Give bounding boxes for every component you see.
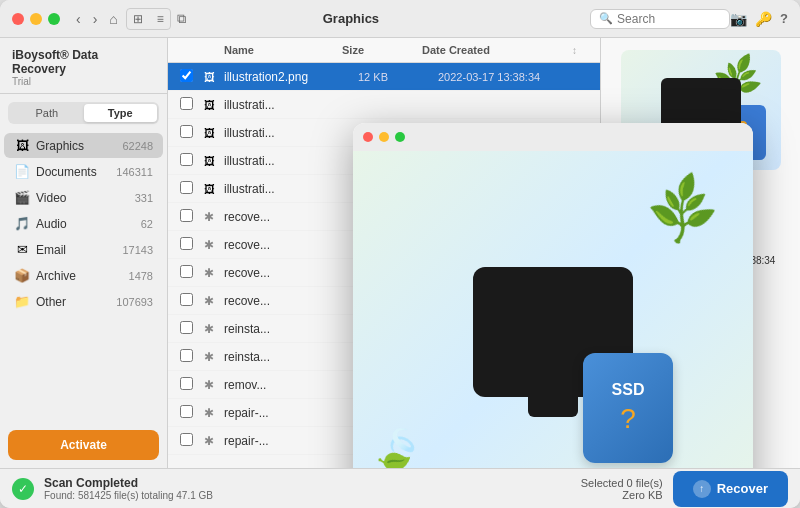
- help-icon[interactable]: ?: [780, 11, 788, 26]
- popup-ssd-question: ?: [620, 403, 636, 435]
- popup-leaf-1: 🌿: [641, 169, 724, 250]
- window-title: Graphics: [112, 11, 590, 26]
- sidebar-item-count: 1478: [129, 270, 153, 282]
- recover-label: Recover: [717, 481, 768, 496]
- row-checkbox[interactable]: [180, 405, 193, 418]
- tab-path[interactable]: Path: [10, 104, 84, 122]
- titlebar-icons: 📷 🔑 ?: [730, 11, 788, 27]
- sidebar-item-documents[interactable]: 📄 Documents 146311: [4, 159, 163, 184]
- graphics-icon: 🖼: [14, 138, 30, 153]
- recover-icon: ↑: [693, 480, 711, 498]
- sidebar-item-count: 331: [135, 192, 153, 204]
- close-button[interactable]: [12, 13, 24, 25]
- search-bar: 🔍: [590, 9, 730, 29]
- camera-icon[interactable]: 📷: [730, 11, 747, 27]
- app-name: iBoysoft® Data Recovery: [12, 48, 155, 76]
- email-icon: ✉: [14, 242, 30, 257]
- table-row[interactable]: 🖼 illustration2.png 12 KB 2022-03-17 13:…: [168, 63, 600, 91]
- sidebar-item-count: 62: [141, 218, 153, 230]
- popup-monitor-stand: [528, 397, 578, 417]
- row-checkbox[interactable]: [180, 433, 193, 446]
- row-checkbox[interactable]: [180, 97, 193, 110]
- sidebar-item-label: Audio: [36, 217, 135, 231]
- sidebar-item-label: Documents: [36, 165, 110, 179]
- minimize-button[interactable]: [30, 13, 42, 25]
- popup-titlebar: [353, 123, 753, 151]
- maximize-button[interactable]: [48, 13, 60, 25]
- row-checkbox[interactable]: [180, 265, 193, 278]
- search-icon: 🔍: [599, 12, 613, 25]
- popup-ssd-label: SSD: [612, 381, 645, 399]
- main-content: iBoysoft® Data Recovery Trial Path Type …: [0, 38, 800, 468]
- video-icon: 🎬: [14, 190, 30, 205]
- row-checkbox[interactable]: [180, 209, 193, 222]
- scroll-col-header: ↕: [572, 44, 588, 56]
- file-list-header: Name Size Date Created ↕: [168, 38, 600, 63]
- audio-icon: 🎵: [14, 216, 30, 231]
- scan-detail: Found: 581425 file(s) totaling 47.1 GB: [44, 490, 571, 501]
- trial-badge: Trial: [12, 76, 155, 87]
- popup-minimize-button[interactable]: [379, 132, 389, 142]
- popup-leaf-2: 🍃: [366, 419, 429, 468]
- sidebar-item-label: Email: [36, 243, 116, 257]
- row-checkbox[interactable]: [180, 293, 193, 306]
- documents-icon: 📄: [14, 164, 30, 179]
- nav-arrows: ‹ ›: [72, 9, 101, 29]
- sidebar-item-count: 107693: [116, 296, 153, 308]
- table-row[interactable]: 🖼 illustrati...: [168, 91, 600, 119]
- sidebar-item-other[interactable]: 📁 Other 107693: [4, 289, 163, 314]
- path-type-tabs: Path Type: [8, 102, 159, 124]
- popup-overlay: 🌿 🍃 SSD ?: [353, 123, 753, 468]
- popup-content: 🌿 🍃 SSD ?: [353, 151, 753, 468]
- sidebar-item-email[interactable]: ✉ Email 17143: [4, 237, 163, 262]
- row-checkbox[interactable]: [180, 125, 193, 138]
- other-icon: 📁: [14, 294, 30, 309]
- scan-status-text: Scan Completed Found: 581425 file(s) tot…: [44, 476, 571, 501]
- sidebar-item-label: Video: [36, 191, 129, 205]
- forward-button[interactable]: ›: [89, 9, 102, 29]
- popup-maximize-button[interactable]: [395, 132, 405, 142]
- sidebar-list: 🖼 Graphics 62248 📄 Documents 146311 🎬 Vi…: [0, 128, 167, 422]
- status-bar: ✓ Scan Completed Found: 581425 file(s) t…: [0, 468, 800, 508]
- content-area: Name Size Date Created ↕ 🖼 illustration2…: [168, 38, 800, 468]
- name-col-header: Name: [224, 44, 342, 56]
- recover-button[interactable]: ↑ Recover: [673, 471, 788, 507]
- archive-icon: 📦: [14, 268, 30, 283]
- sidebar-item-count: 146311: [116, 166, 153, 178]
- key-icon[interactable]: 🔑: [755, 11, 772, 27]
- date-col-header: Date Created: [422, 44, 572, 56]
- sidebar-item-video[interactable]: 🎬 Video 331: [4, 185, 163, 210]
- scan-title: Scan Completed: [44, 476, 571, 490]
- sidebar-item-audio[interactable]: 🎵 Audio 62: [4, 211, 163, 236]
- back-button[interactable]: ‹: [72, 9, 85, 29]
- scan-complete-icon: ✓: [12, 478, 34, 500]
- traffic-lights: [12, 13, 60, 25]
- tab-type[interactable]: Type: [84, 104, 158, 122]
- selected-files-count: Selected 0 file(s): [581, 477, 663, 489]
- popup-ssd: SSD ?: [583, 353, 673, 463]
- sidebar-item-archive[interactable]: 📦 Archive 1478: [4, 263, 163, 288]
- sidebar-item-label: Other: [36, 295, 110, 309]
- activate-button[interactable]: Activate: [8, 430, 159, 460]
- sidebar-item-label: Graphics: [36, 139, 116, 153]
- size-col-header: Size: [342, 44, 422, 56]
- row-checkbox[interactable]: [180, 237, 193, 250]
- search-input[interactable]: [617, 12, 721, 26]
- row-checkbox[interactable]: [180, 181, 193, 194]
- row-checkbox[interactable]: [180, 321, 193, 334]
- sidebar-item-graphics[interactable]: 🖼 Graphics 62248: [4, 133, 163, 158]
- titlebar: ‹ › ⌂ ⊞ ≡ ⧉ Graphics 🔍 📷 🔑 ?: [0, 0, 800, 38]
- sidebar-item-label: Archive: [36, 269, 123, 283]
- row-checkbox[interactable]: [180, 349, 193, 362]
- sidebar-item-count: 62248: [122, 140, 153, 152]
- selected-size: Zero KB: [581, 489, 663, 501]
- popup-close-button[interactable]: [363, 132, 373, 142]
- sidebar: iBoysoft® Data Recovery Trial Path Type …: [0, 38, 168, 468]
- app-header: iBoysoft® Data Recovery Trial: [0, 38, 167, 94]
- selected-info: Selected 0 file(s) Zero KB: [581, 477, 663, 501]
- row-checkbox[interactable]: [180, 69, 193, 82]
- row-checkbox[interactable]: [180, 377, 193, 390]
- row-checkbox[interactable]: [180, 153, 193, 166]
- sidebar-item-count: 17143: [122, 244, 153, 256]
